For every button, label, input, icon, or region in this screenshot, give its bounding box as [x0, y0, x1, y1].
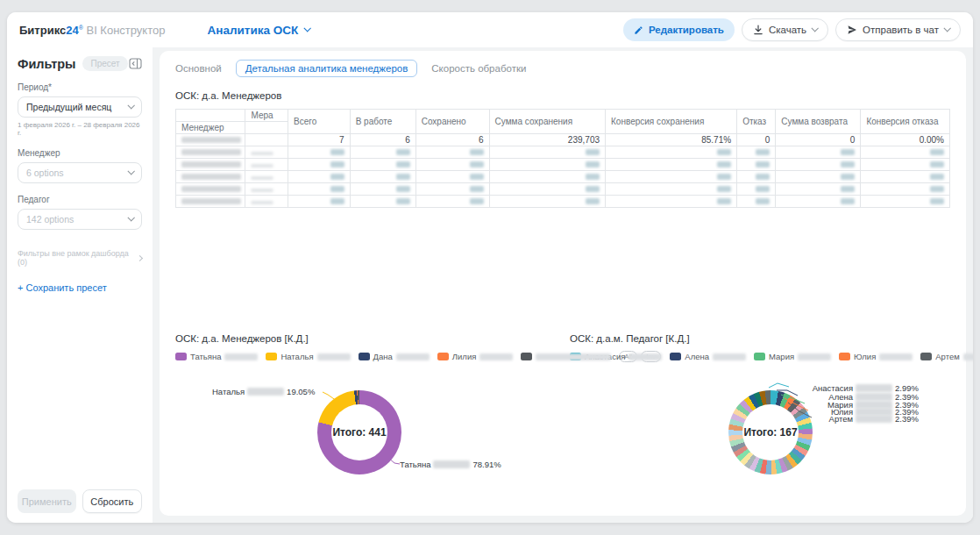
legend-name: Наталья — [281, 352, 313, 361]
chart-title: ОСК: д.а.м. Педагог [К.Д.] — [570, 333, 950, 344]
redacted-value — [330, 174, 344, 180]
tab-0[interactable]: Основной — [175, 60, 222, 77]
save-preset-link[interactable]: + Сохранить пресет — [18, 282, 142, 293]
value-cell: 239,703 — [489, 134, 605, 146]
value-cell — [350, 159, 415, 171]
value-cell — [415, 159, 489, 171]
chevron-down-icon — [127, 214, 134, 221]
edit-button[interactable]: Редактировать — [623, 18, 735, 41]
table-row: 766239,70385.71%000.00% — [176, 134, 950, 146]
redacted-value — [251, 201, 273, 204]
chevron-down-icon — [304, 25, 311, 32]
donut-chart[interactable]: Итого: 441 — [317, 390, 401, 474]
value-cell: 0.00% — [861, 134, 950, 146]
redacted-name — [181, 137, 241, 143]
mera-cell — [245, 183, 288, 196]
download-icon — [753, 25, 763, 35]
legend-item[interactable]: Татьяна — [175, 352, 258, 361]
slice-label: Татьяна78.91% — [400, 460, 501, 469]
outside-filters-label: Фильтры вне рамок дашборда (0) — [18, 249, 138, 267]
redacted-name — [181, 174, 241, 180]
legend-item[interactable]: Артем — [920, 352, 973, 361]
legend-item[interactable]: Алена — [670, 352, 746, 361]
value-cell: 6 — [350, 134, 415, 146]
redacted-value — [717, 186, 731, 192]
value-cell — [776, 159, 861, 171]
redacted-surname — [224, 353, 258, 360]
download-button[interactable]: Скачать — [742, 18, 828, 41]
redacted-name — [181, 198, 241, 204]
value-cell — [861, 146, 950, 159]
pencil-icon — [634, 25, 643, 35]
redacted-value — [251, 152, 273, 155]
redacted-name — [181, 149, 241, 155]
send-icon — [847, 25, 857, 35]
value-cell — [861, 196, 950, 208]
redacted-surname — [396, 353, 430, 360]
reset-button[interactable]: Сбросить — [82, 489, 143, 513]
redacted-surname — [879, 353, 913, 360]
period-select[interactable]: Предыдущий месяц — [18, 96, 142, 118]
legend-color-chip — [437, 353, 449, 360]
table-row — [176, 196, 950, 208]
redacted-surname — [628, 353, 662, 360]
filters-title: Фильтры — [18, 57, 75, 71]
mera-cell — [245, 171, 288, 183]
tab-2[interactable]: Скорость обработки — [431, 60, 526, 77]
redacted-surname — [536, 353, 611, 360]
legend-item[interactable]: Дана — [359, 352, 430, 361]
chart-title: ОСК: д.а. Менеджеров [К.Д.] — [175, 333, 556, 344]
tab-1[interactable]: Детальная аналитика менеджеров — [236, 60, 418, 77]
redacted-surname — [317, 353, 351, 360]
legend-name: Лилия — [452, 352, 477, 361]
manager-select[interactable]: 6 options — [18, 162, 142, 183]
value-cell — [737, 183, 776, 196]
legend-item[interactable]: Лилия — [437, 352, 514, 361]
redacted-value — [717, 149, 731, 155]
redacted-value — [841, 149, 855, 155]
table-row — [176, 171, 950, 183]
redacted-value — [756, 161, 770, 168]
legend-item[interactable] — [521, 353, 611, 360]
value-cell — [489, 171, 605, 183]
dashboard-title-dropdown[interactable]: Аналитика ОСК — [207, 24, 309, 37]
mera-cell — [245, 146, 288, 159]
legend-item[interactable]: Мария — [754, 352, 831, 361]
value-cell — [861, 159, 950, 171]
send-to-chat-button[interactable]: Отправить в чат — [835, 18, 961, 41]
bitrix24-logo: Битрикс24® BI Конструктор — [19, 24, 165, 37]
slice-label-name: Артем — [829, 414, 853, 424]
collapse-sidebar-icon[interactable] — [129, 58, 142, 69]
redacted-value — [396, 186, 410, 192]
value-cell — [350, 196, 415, 208]
redacted-surname — [713, 353, 746, 360]
legend-item[interactable]: Юлия — [839, 352, 913, 361]
apply-button[interactable]: Применить — [18, 489, 76, 513]
mera-cell — [245, 159, 288, 171]
redacted-value — [930, 174, 944, 180]
redacted-value — [930, 149, 944, 155]
logo-part-bitrix: Битрикс — [19, 24, 66, 37]
redacted-value — [930, 161, 944, 168]
redacted-surname — [247, 388, 284, 396]
redacted-value — [330, 198, 344, 204]
download-button-label: Скачать — [769, 25, 806, 35]
filters-sidebar: Фильтры Пресет Период* Предыдущий месяц … — [7, 47, 153, 523]
outside-dashboard-filters[interactable]: Фильтры вне рамок дашборда (0) — [18, 249, 142, 267]
legend-color-chip — [839, 353, 850, 360]
redacted-value — [470, 149, 484, 155]
donut-center: Итого: 441 — [331, 404, 387, 460]
value-cell — [415, 196, 489, 208]
slice-label: Артем2.39% — [780, 414, 919, 424]
value-cell — [861, 183, 950, 196]
redacted-value — [930, 186, 944, 192]
legend-item[interactable]: Наталья — [266, 352, 350, 361]
col-header-refusal-conversion: Конверсия отказа — [861, 110, 950, 134]
chevron-down-icon — [943, 25, 950, 32]
redacted-value — [470, 174, 484, 180]
redacted-value — [396, 198, 410, 204]
teacher-select[interactable]: 142 options — [18, 209, 142, 230]
legend-name: Татьяна — [190, 352, 221, 361]
redacted-name — [181, 161, 241, 168]
preset-badge[interactable]: Пресет — [82, 56, 127, 71]
